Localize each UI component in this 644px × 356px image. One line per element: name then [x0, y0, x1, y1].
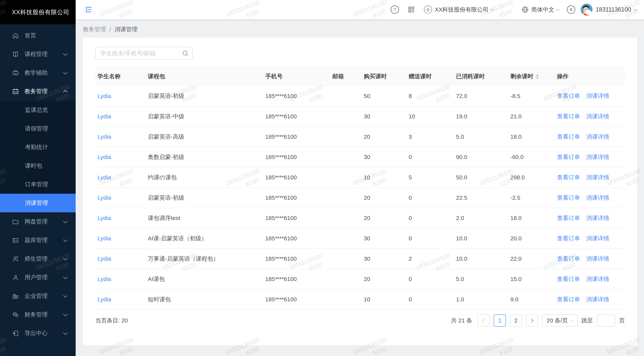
- action-link[interactable]: 消课详情: [586, 195, 609, 201]
- qr-code-icon[interactable]: [408, 6, 415, 13]
- student-link[interactable]: Lydia: [98, 133, 111, 140]
- action-link[interactable]: 消课详情: [586, 256, 609, 262]
- search-input[interactable]: [95, 47, 193, 60]
- course-icon: [12, 51, 19, 58]
- cell-email: [330, 249, 362, 269]
- cell-email: [330, 188, 362, 208]
- current-page-items: 当页条目: 20: [95, 317, 128, 325]
- action-link[interactable]: 查看订单: [557, 256, 580, 262]
- cell-student: Lydia: [95, 167, 146, 188]
- action-link[interactable]: 消课详情: [586, 174, 609, 180]
- company-switcher[interactable]: 企 XX科技股份有限公司: [424, 5, 494, 14]
- breadcrumb-item-parent[interactable]: 教务管理: [83, 25, 106, 33]
- sidebar-subitem[interactable]: 课时包: [0, 157, 76, 175]
- cell-phone: 185****6100: [263, 127, 330, 147]
- chevron-icon: [63, 238, 68, 242]
- cell-phone: 185****6100: [263, 167, 330, 188]
- chevron-icon: [63, 331, 68, 335]
- total-count: 共 21 条: [451, 317, 472, 325]
- sidebar-item[interactable]: 题库管理: [0, 231, 76, 250]
- student-link[interactable]: Lydia: [98, 174, 111, 180]
- sidebar-item[interactable]: 企业管理: [0, 287, 76, 305]
- student-link[interactable]: Lydia: [98, 113, 111, 119]
- cell-actions: 查看订单消课详情: [555, 269, 625, 289]
- currency-icon[interactable]: ¥: [567, 5, 575, 14]
- chevron-down-icon: [571, 318, 574, 322]
- sort-icon[interactable]: [536, 74, 539, 79]
- action-link[interactable]: 查看订单: [557, 93, 580, 99]
- student-link[interactable]: Lydia: [98, 235, 111, 242]
- page-button-2[interactable]: 2: [510, 314, 522, 327]
- topbar: ? 企 XX科技股份有限公司: [76, 0, 644, 19]
- student-link[interactable]: Lydia: [98, 154, 111, 160]
- chevron-left-icon: [482, 319, 486, 323]
- sidebar-subitem[interactable]: 监课总览: [0, 101, 76, 119]
- cell-remaining: -8.5: [508, 86, 555, 106]
- cell-student: Lydia: [95, 147, 146, 167]
- col-email: 邮箱: [330, 67, 362, 86]
- chevron-icon: [63, 256, 68, 261]
- sidebar-subitem[interactable]: 订单管理: [0, 175, 76, 194]
- sidebar-item[interactable]: 课程管理: [0, 45, 76, 63]
- table-footer: 当页条目: 20 共 21 条 12 20 条/页 跳至 页: [95, 314, 625, 327]
- student-link[interactable]: Lydia: [98, 296, 111, 303]
- help-icon[interactable]: ?: [390, 5, 399, 14]
- action-link[interactable]: 查看订单: [557, 276, 580, 282]
- action-link[interactable]: 查看订单: [557, 195, 580, 201]
- submenu: 监课总览 请假管理 考勤统计 课时包 订单管理 消课管理: [0, 101, 76, 212]
- sidebar-item[interactable]: 导出中心: [0, 324, 76, 343]
- sidebar-item[interactable]: 教务管理: [0, 82, 76, 101]
- cell-email: [330, 147, 362, 167]
- cell-purchased: 50: [361, 86, 406, 106]
- action-link[interactable]: 消课详情: [586, 154, 609, 160]
- action-link[interactable]: 消课详情: [586, 296, 609, 303]
- language-switcher[interactable]: 简体中文: [521, 6, 559, 14]
- action-link[interactable]: 查看订单: [557, 296, 580, 303]
- cell-remaining: -60.0: [508, 147, 555, 167]
- col-remaining[interactable]: 剩余课时: [508, 67, 555, 86]
- sidebar-subitem[interactable]: 考勤统计: [0, 138, 76, 157]
- action-link[interactable]: 消课详情: [586, 113, 609, 119]
- student-link[interactable]: Lydia: [98, 215, 111, 221]
- action-link[interactable]: 查看订单: [557, 154, 580, 160]
- student-link[interactable]: Lydia: [98, 256, 111, 262]
- next-page-button[interactable]: [526, 314, 538, 327]
- student-link[interactable]: Lydia: [98, 93, 111, 99]
- table-row: Lydia 启蒙英语-高级 185****6100 20 3 5.0 18.0 …: [95, 127, 625, 147]
- action-link[interactable]: 消课详情: [586, 93, 609, 99]
- cell-package: 短时课包: [146, 289, 263, 310]
- sidebar-subitem[interactable]: 消课管理: [0, 194, 76, 212]
- cell-gifted: 10: [406, 106, 454, 127]
- cell-student: Lydia: [95, 269, 146, 289]
- student-link[interactable]: Lydia: [98, 195, 111, 201]
- export-icon: [12, 330, 19, 337]
- sidebar-subitem[interactable]: 请假管理: [0, 119, 76, 138]
- sidebar-item[interactable]: 用户管理: [0, 268, 76, 287]
- sidebar-item[interactable]: 教学辅助: [0, 63, 76, 82]
- cell-actions: 查看订单消课详情: [555, 208, 625, 228]
- action-link[interactable]: 查看订单: [557, 215, 580, 221]
- action-link[interactable]: 查看订单: [557, 133, 580, 140]
- action-link[interactable]: 查看订单: [557, 235, 580, 242]
- jump-page-input[interactable]: [597, 314, 615, 327]
- user-phone-menu[interactable]: 18311136100: [596, 6, 636, 13]
- cell-actions: 查看订单消课详情: [555, 188, 625, 208]
- sidebar-item[interactable]: 首页: [0, 26, 76, 45]
- page-size-select[interactable]: 20 条/页: [542, 314, 578, 327]
- action-link[interactable]: 查看订单: [557, 174, 580, 180]
- prev-page-button[interactable]: [478, 314, 490, 327]
- action-link[interactable]: 消课详情: [586, 235, 609, 242]
- action-link[interactable]: 消课详情: [586, 133, 609, 140]
- action-link[interactable]: 消课详情: [586, 215, 609, 221]
- avatar[interactable]: [581, 4, 592, 15]
- action-link[interactable]: 消课详情: [586, 276, 609, 282]
- sidebar-item[interactable]: 师生管理: [0, 250, 76, 268]
- chevron-right-icon: [529, 319, 534, 323]
- student-link[interactable]: Lydia: [98, 276, 111, 282]
- sidebar-item[interactable]: 网盘管理: [0, 212, 76, 231]
- sidebar-item[interactable]: 财务管理: [0, 305, 76, 324]
- cell-gifted: 3: [406, 127, 454, 147]
- page-button-1[interactable]: 1: [494, 314, 506, 327]
- action-link[interactable]: 查看订单: [557, 113, 580, 119]
- sidebar-collapse-icon[interactable]: [84, 5, 92, 14]
